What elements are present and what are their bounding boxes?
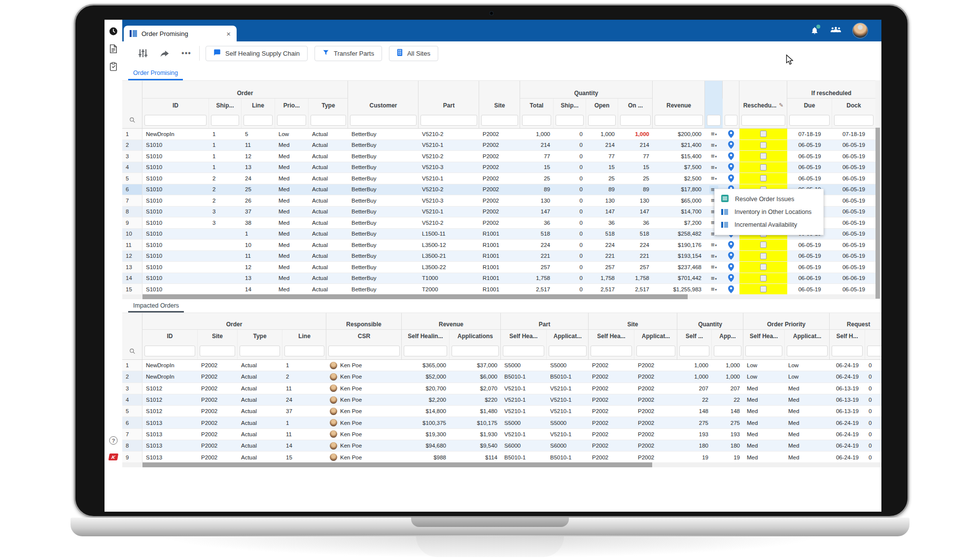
cell-pri_app[interactable]: Med bbox=[785, 440, 830, 451]
cell-customer[interactable]: BetterBuy bbox=[348, 262, 419, 273]
col-header-prio[interactable]: Prio... bbox=[275, 99, 308, 112]
cell-rev_sh[interactable]: $20,700 bbox=[402, 383, 450, 394]
cell-revenue[interactable]: $2,500 bbox=[653, 173, 705, 184]
cell-req_app[interactable]: 0 bbox=[865, 429, 881, 440]
cell-req_app[interactable]: 0 bbox=[865, 452, 881, 462]
cell-ship[interactable]: 2 bbox=[209, 195, 242, 206]
cell-pri_sh[interactable]: Med bbox=[743, 440, 785, 451]
filter-input-dock[interactable] bbox=[834, 115, 874, 126]
cell-part[interactable]: L3500-12 bbox=[419, 240, 479, 250]
cell-line[interactable]: 12 bbox=[242, 151, 275, 162]
cell-num[interactable]: 3 bbox=[122, 151, 142, 162]
filter-input-ship[interactable] bbox=[211, 115, 239, 126]
cell-line[interactable]: 2 bbox=[282, 371, 326, 382]
table-row[interactable]: 15S101014MedActualBetterBuyT2000R10012,5… bbox=[122, 284, 875, 295]
cell-prio[interactable]: Med bbox=[275, 273, 309, 284]
table-row[interactable]: 2NewDropInP2002Actual2Ken Poe$52,000$6,0… bbox=[122, 371, 881, 383]
cell-rev_app[interactable]: $1,930 bbox=[450, 429, 501, 440]
cell-site_sh[interactable]: P2002 bbox=[589, 394, 634, 405]
cell-revenue[interactable]: $200,000 bbox=[653, 129, 705, 140]
row-menu-button[interactable]: ≡▾ bbox=[709, 274, 718, 282]
col-header-csr[interactable]: CSR bbox=[326, 330, 402, 343]
cell-qty_app[interactable]: 193 bbox=[712, 429, 743, 440]
cell-revenue[interactable]: $1,255,983 bbox=[653, 284, 705, 295]
cell-req_sh[interactable]: 06-24-19 bbox=[830, 429, 865, 440]
cell-site[interactable]: P2002 bbox=[479, 195, 520, 206]
location-pin-icon[interactable] bbox=[728, 241, 734, 249]
col-header-site[interactable]: Site bbox=[198, 330, 237, 343]
help-icon[interactable]: ? bbox=[109, 436, 118, 445]
cell-revenue[interactable]: $190,176 bbox=[653, 240, 705, 250]
cell-site_sh[interactable]: P2002 bbox=[589, 371, 634, 382]
cell-revenue[interactable]: $193,154 bbox=[653, 251, 705, 262]
cell-revenue[interactable]: $258,482 bbox=[653, 229, 705, 240]
cell-prio[interactable]: Med bbox=[275, 207, 309, 217]
cell-dock[interactable]: 06-05-19 bbox=[832, 195, 875, 206]
cell-part[interactable]: V5210-3 bbox=[419, 162, 479, 173]
col-header-site[interactable]: Site bbox=[479, 99, 520, 112]
cell-part[interactable]: V5210-2 bbox=[419, 217, 479, 228]
cell-due[interactable]: 06-05-19 bbox=[787, 173, 832, 184]
cell-prio[interactable]: Med bbox=[275, 140, 309, 151]
settings-sliders-icon[interactable] bbox=[132, 45, 154, 61]
cell-site[interactable]: P2002 bbox=[198, 417, 238, 428]
filter-input-revenue[interactable] bbox=[655, 115, 703, 126]
rescheduled-checkbox[interactable] bbox=[760, 275, 767, 281]
cell-pri_app[interactable]: Low bbox=[785, 371, 830, 382]
cell-type[interactable]: Actual bbox=[309, 262, 348, 273]
cell-site_sh[interactable]: P2002 bbox=[589, 360, 634, 371]
cell-due[interactable]: 06-05-19 bbox=[787, 151, 832, 162]
cell-line[interactable]: 38 bbox=[242, 217, 275, 228]
cell-total[interactable]: 130 bbox=[520, 195, 554, 206]
cell-type[interactable]: Actual bbox=[309, 229, 348, 240]
cell-type[interactable]: Actual bbox=[309, 217, 348, 228]
cell-num[interactable]: 2 bbox=[122, 140, 142, 151]
cell-on[interactable]: 130 bbox=[618, 195, 653, 206]
location-pin-icon[interactable] bbox=[728, 263, 734, 271]
cell-part_sh[interactable]: B5010-1 bbox=[501, 371, 547, 382]
cell-open[interactable]: 214 bbox=[586, 140, 618, 151]
cell-on[interactable]: 1,758 bbox=[618, 273, 653, 284]
cell-on[interactable]: 1,000 bbox=[618, 129, 653, 140]
cell-part[interactable]: L3500-22 bbox=[419, 262, 479, 273]
row-menu-button[interactable]: ≡▾ bbox=[709, 252, 718, 260]
cell-num[interactable]: 8 bbox=[122, 207, 142, 217]
cell-customer[interactable]: BetterBuy bbox=[348, 162, 419, 173]
cell-type[interactable]: Actual bbox=[309, 251, 348, 262]
cell-line[interactable]: 1 bbox=[282, 360, 326, 371]
cell-num[interactable]: 9 bbox=[122, 452, 142, 462]
filter-input-prio[interactable] bbox=[277, 115, 306, 126]
cell-csr[interactable]: Ken Poe bbox=[326, 417, 402, 428]
filter-input-total[interactable] bbox=[522, 115, 551, 126]
cell-part[interactable]: V5210-2 bbox=[419, 129, 479, 140]
close-icon[interactable]: × bbox=[226, 30, 231, 37]
col-header-rev_app[interactable]: Applications bbox=[450, 330, 501, 343]
cell-prio[interactable]: Low bbox=[275, 129, 309, 140]
cell-line[interactable]: 14 bbox=[242, 284, 275, 295]
cell-revenue[interactable]: $237,468 bbox=[653, 262, 705, 273]
cell-customer[interactable]: BetterBuy bbox=[348, 284, 419, 295]
col-header-open[interactable]: Open bbox=[586, 99, 618, 112]
col-header-qty_app[interactable]: App... bbox=[712, 330, 743, 343]
filter-input-rev_sh[interactable] bbox=[404, 346, 447, 356]
cell-on[interactable]: 77 bbox=[618, 151, 653, 162]
cell-pri_app[interactable]: Med bbox=[785, 394, 830, 405]
cell-part_sh[interactable]: V5210-1 bbox=[501, 383, 547, 394]
cell-prio[interactable]: Med bbox=[275, 195, 309, 206]
cell-on[interactable]: 36 bbox=[618, 217, 653, 228]
cell-num[interactable]: 11 bbox=[122, 240, 142, 250]
col-header-part_app[interactable]: Applicat... bbox=[547, 330, 589, 343]
cell-site[interactable]: P2002 bbox=[198, 452, 238, 462]
cell-site_app[interactable]: P2002 bbox=[634, 452, 677, 462]
cell-rev_sh[interactable]: $2,200 bbox=[402, 394, 450, 405]
cell-customer[interactable]: BetterBuy bbox=[348, 173, 419, 184]
cell-id[interactable]: S1010 bbox=[142, 284, 209, 295]
cell-site_app[interactable]: P2002 bbox=[634, 429, 677, 440]
cell-on[interactable]: 257 bbox=[618, 262, 653, 273]
cell-req_app[interactable]: 0 bbox=[865, 371, 881, 382]
cell-revenue[interactable]: $7,200 bbox=[653, 217, 705, 228]
cell-dock[interactable]: 06-05-19 bbox=[832, 162, 875, 173]
cell-type[interactable]: Actual bbox=[238, 440, 282, 451]
cell-prio[interactable]: Med bbox=[275, 262, 309, 273]
window-tab-order-promising[interactable]: Order Promising × bbox=[124, 26, 237, 41]
